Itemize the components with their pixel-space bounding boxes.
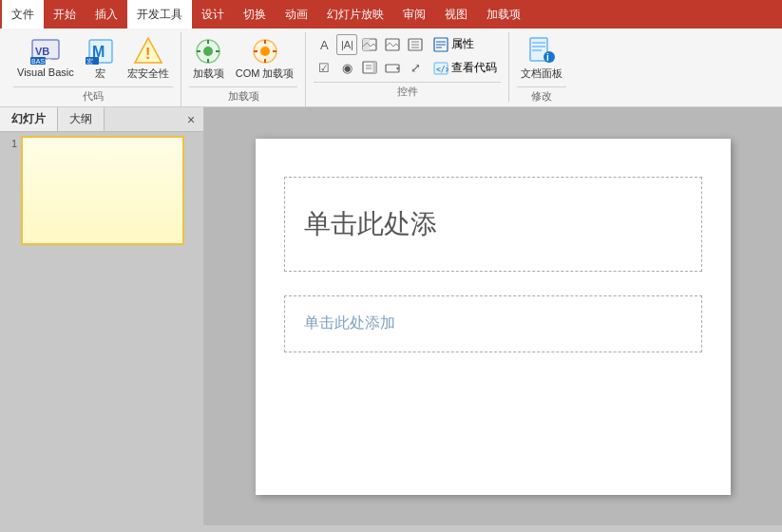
tab-slides[interactable]: 幻灯片 xyxy=(0,107,58,131)
main-area: 幻灯片 大纲 × 1 单击此处添 xyxy=(0,107,782,525)
svg-rect-30 xyxy=(363,62,373,73)
svg-point-11 xyxy=(203,47,213,56)
menu-item-animation[interactable]: 动画 xyxy=(276,0,317,28)
scroll-icon[interactable] xyxy=(405,34,426,55)
controls-icons: A |A| ☑ ◉ xyxy=(314,34,426,78)
sidebar: 幻灯片 大纲 × 1 xyxy=(0,107,204,525)
menu-item-slideshow[interactable]: 幻灯片放映 xyxy=(317,0,393,28)
properties-button[interactable]: 属性 xyxy=(429,34,501,54)
tab-outline[interactable]: 大纲 xyxy=(58,107,105,131)
menu-item-file[interactable]: 文件 xyxy=(2,0,44,28)
svg-text:!: ! xyxy=(145,46,150,62)
document-panel-button[interactable]: i 文档面板 xyxy=(517,34,566,83)
addin-button[interactable]: 加载项 xyxy=(189,34,228,83)
menu-bar: 文件 开始 插入 开发工具 设计 切换 动画 幻灯片放映 审阅 视图 加载项 xyxy=(0,0,782,28)
image2-icon[interactable] xyxy=(382,34,403,55)
slide-thumbnail[interactable] xyxy=(21,136,184,245)
slide-canvas: 单击此处添 单击此处添加 xyxy=(256,139,731,495)
modify-group-label: 修改 xyxy=(517,86,566,106)
radio-icon[interactable]: ◉ xyxy=(336,57,357,78)
macro-icon: M 宏 xyxy=(86,36,116,66)
content-area: 单击此处添 单击此处添加 xyxy=(204,107,782,525)
ribbon-group-modify: i 文档面板 修改 xyxy=(509,32,574,106)
menu-item-design[interactable]: 设计 xyxy=(192,0,234,28)
ribbon-group-controls: A |A| ☑ ◉ xyxy=(306,32,509,102)
svg-text:VB: VB xyxy=(35,46,49,57)
svg-text:宏: 宏 xyxy=(86,58,93,65)
macro-security-label: 宏安全性 xyxy=(127,66,169,81)
listbox-icon[interactable] xyxy=(359,57,380,78)
com-addin-icon xyxy=(250,36,280,66)
svg-rect-45 xyxy=(532,49,542,51)
controls-group-label: 控件 xyxy=(314,82,501,102)
macro-security-button[interactable]: ! 宏安全性 xyxy=(124,34,173,83)
macro-security-icon: ! xyxy=(133,36,163,66)
ribbon-group-code: VB BASIC Visual Basic M 宏 xyxy=(6,32,181,106)
title-placeholder-text: 单击此处添 xyxy=(304,206,437,242)
subtitle-placeholder-text: 单击此处添加 xyxy=(304,314,395,333)
view-code-icon: </> xyxy=(433,61,448,76)
svg-text:BASIC: BASIC xyxy=(31,58,51,65)
svg-text:</>: </> xyxy=(436,66,448,74)
checkbox-icon[interactable]: ☑ xyxy=(314,57,334,78)
svg-rect-43 xyxy=(532,42,545,44)
view-code-label: 查看代码 xyxy=(451,60,497,76)
menu-item-devtools[interactable]: 开发工具 xyxy=(127,0,192,28)
toggle-icon[interactable]: ⤢ xyxy=(405,57,426,78)
ribbon-group-addins: 加载项 COM 加载项 xyxy=(181,32,307,106)
properties-icon xyxy=(433,37,448,52)
com-addin-label: COM 加载项 xyxy=(236,66,295,81)
textbox2-icon[interactable]: |A| xyxy=(336,34,357,55)
vba-label: Visual Basic xyxy=(17,66,74,78)
slide-thumb-inner xyxy=(23,138,182,243)
com-addin-button[interactable]: COM 加载项 xyxy=(232,34,298,83)
menu-item-insert[interactable]: 插入 xyxy=(86,0,127,28)
side-buttons: 属性 </> 查看代码 xyxy=(429,34,501,78)
sidebar-tabs: 幻灯片 大纲 × xyxy=(0,107,203,132)
code-group-label: 代码 xyxy=(13,86,173,106)
properties-label: 属性 xyxy=(451,36,474,52)
menu-item-view[interactable]: 视图 xyxy=(435,0,477,28)
vba-icon: VB BASIC xyxy=(30,36,61,66)
addins-group-label: 加载项 xyxy=(189,86,298,106)
subtitle-placeholder[interactable]: 单击此处添加 xyxy=(284,295,702,352)
svg-rect-44 xyxy=(532,46,545,48)
svg-rect-31 xyxy=(373,62,376,73)
addin-icon xyxy=(193,36,223,66)
document-panel-icon: i xyxy=(526,36,557,66)
addin-label: 加载项 xyxy=(193,66,224,81)
document-panel-label: 文档面板 xyxy=(521,66,563,81)
menu-item-addins[interactable]: 加载项 xyxy=(477,0,530,28)
svg-text:i: i xyxy=(546,52,549,63)
slide-panel: 1 xyxy=(0,132,203,525)
visual-basic-button[interactable]: VB BASIC Visual Basic xyxy=(13,34,78,80)
slide-item-1[interactable]: 1 xyxy=(4,136,200,245)
svg-point-17 xyxy=(260,47,270,56)
text-box-icon[interactable]: A xyxy=(314,34,334,55)
view-code-button[interactable]: </> 查看代码 xyxy=(429,58,501,78)
combobox-icon[interactable] xyxy=(382,57,403,78)
menu-item-transition[interactable]: 切换 xyxy=(234,0,276,28)
slide-number: 1 xyxy=(4,138,17,149)
macro-label: 宏 xyxy=(95,66,105,81)
menu-item-review[interactable]: 审阅 xyxy=(393,0,435,28)
macro-button[interactable]: M 宏 宏 xyxy=(82,34,120,83)
sidebar-close-button[interactable]: × xyxy=(182,111,200,128)
menu-item-home[interactable]: 开始 xyxy=(44,0,86,28)
svg-point-46 xyxy=(544,51,555,63)
ribbon: VB BASIC Visual Basic M 宏 xyxy=(0,28,782,107)
image-icon[interactable] xyxy=(359,34,380,55)
title-placeholder[interactable]: 单击此处添 xyxy=(284,177,702,272)
